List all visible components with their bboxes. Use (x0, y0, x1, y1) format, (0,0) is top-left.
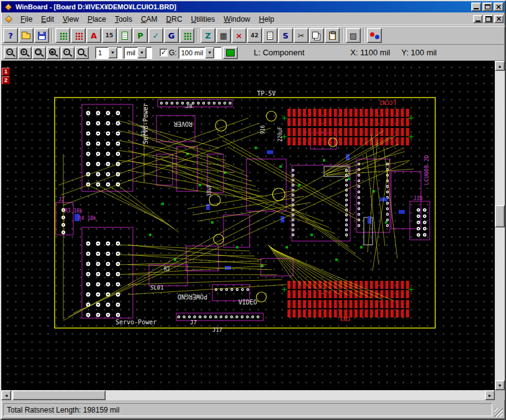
chevron-down-icon[interactable]: ▼ (137, 47, 147, 58)
menu-file[interactable]: File (16, 13, 37, 25)
grid-size-select[interactable]: 100 mil ▼ (178, 47, 222, 59)
svg-text:R3 10k: R3 10k (65, 208, 83, 214)
sheet-tab-1[interactable]: 1 (2, 68, 10, 76)
curve-button[interactable]: S (278, 28, 293, 43)
menu-help[interactable]: Help (255, 13, 279, 25)
copy-button[interactable] (309, 28, 324, 43)
zoom-out-button[interactable]: − (4, 47, 17, 59)
svg-text:Servo-Power: Servo-Power (142, 103, 149, 144)
menu-cam[interactable]: CAM (137, 13, 162, 25)
cut-icon: ✂ (298, 32, 305, 40)
units-select[interactable]: mil ▼ (124, 47, 152, 59)
mdi-controls: × (472, 15, 504, 23)
scroll-down-button[interactable]: ▼ (495, 380, 505, 390)
drc-button[interactable]: 42 (247, 28, 262, 43)
view-toolbar: −+□▪· 1 ▼ mil ▼ G: 100 mil ▼ L: Componen… (1, 45, 505, 61)
svg-text:CN3: CN3 (340, 316, 350, 322)
cut-button[interactable]: ✂ (294, 28, 309, 43)
mdi-close-button[interactable]: × (494, 15, 504, 23)
horizontal-scrollbar-row: ◄ ► (1, 390, 505, 400)
glue-icon: G (168, 32, 175, 40)
edit-trace-button[interactable]: ✓ (148, 28, 163, 43)
redraw-button[interactable] (75, 47, 89, 59)
save-button[interactable] (34, 28, 49, 43)
toolbar-separator (52, 29, 53, 42)
open-button[interactable] (19, 28, 34, 43)
grid-color-button[interactable] (223, 47, 238, 59)
place-pin-button[interactable]: P (133, 28, 148, 43)
place-text-button[interactable]: A (86, 28, 101, 43)
chevron-down-icon[interactable]: ▼ (205, 47, 214, 58)
menu-utilities[interactable]: Utilities (187, 13, 220, 25)
vertical-scroll-thumb[interactable] (495, 205, 505, 227)
svg-text:J17: J17 (212, 327, 222, 333)
vertical-scrollbar[interactable]: ▲ ▼ (495, 61, 505, 390)
report-button[interactable] (263, 28, 278, 43)
menu-window[interactable]: Window (219, 13, 255, 25)
ratsnest-icon: ▦ (220, 32, 227, 40)
place-pattern-button[interactable] (71, 28, 86, 43)
svg-text:916: 916 (260, 125, 266, 134)
glue-button[interactable]: G (164, 28, 179, 43)
mdi-restore-button[interactable] (484, 15, 493, 23)
grid-toggle-checkbox[interactable] (160, 48, 168, 57)
chevron-down-icon[interactable]: ▼ (108, 47, 117, 58)
print-button[interactable]: ▨ (346, 28, 361, 43)
menu-edit[interactable]: Edit (37, 13, 58, 25)
app-icon[interactable] (4, 3, 12, 11)
scale-select[interactable]: 1 ▼ (95, 47, 122, 59)
autoroute-button[interactable]: Z (201, 28, 215, 43)
window-title: WinBoard - [Board D:¥IVEX¥DEMO¥LCUIO1.BR… (16, 3, 470, 11)
menu-tools[interactable]: Tools (111, 13, 137, 25)
resize-grip-icon[interactable] (494, 408, 503, 417)
horizontal-scroll-track[interactable] (11, 390, 485, 400)
horizontal-scrollbar[interactable]: ◄ ► (1, 390, 495, 400)
colors-button[interactable] (367, 28, 382, 43)
svg-text:220uF: 220uF (278, 127, 283, 142)
minimize-button[interactable] (471, 2, 481, 11)
toolbar-separator (342, 29, 343, 42)
toolbar-separator (197, 29, 198, 42)
grid-15-button[interactable]: 15 (102, 28, 117, 43)
grid-color-swatch-icon (226, 49, 235, 57)
menu-view[interactable]: View (58, 13, 83, 25)
scroll-up-button[interactable]: ▲ (495, 61, 505, 71)
maximize-button[interactable] (482, 2, 492, 11)
pcb-canvas[interactable]: Servo-PowerJ8ROVERTP-5VLCCN2CN3VIDEOPOWE… (1, 61, 495, 390)
grid-label: G: (169, 48, 177, 57)
document-window-icon[interactable] (5, 15, 12, 22)
grid-15-icon: 15 (106, 33, 114, 39)
help-button[interactable]: ? (3, 28, 18, 43)
component-list-button[interactable] (117, 28, 132, 43)
ratsnest-button[interactable]: ▦ (216, 28, 231, 43)
add-grid-icon (183, 32, 191, 40)
delete-icon: × (236, 32, 243, 40)
delete-button[interactable]: × (232, 28, 246, 43)
zoom-window-button[interactable]: □ (32, 47, 46, 59)
scroll-right-button[interactable]: ► (485, 390, 495, 400)
menu-drc[interactable]: DRC (162, 13, 187, 25)
sheet-tab-2[interactable]: 2 (2, 76, 10, 84)
magnifier-icon: · (63, 48, 70, 55)
app-window: WinBoard - [Board D:¥IVEX¥DEMO¥LCUIO1.BR… (0, 0, 506, 420)
place-part-button[interactable] (55, 28, 70, 43)
paste-button[interactable] (325, 28, 340, 43)
scale-value: 1 (96, 47, 108, 58)
statusbar: Total Ratsnest Length: 198159 mil (1, 400, 505, 419)
zoom-previous-button[interactable]: · (61, 47, 75, 59)
drc-icon: 42 (251, 33, 259, 39)
close-button[interactable]: × (494, 2, 504, 11)
vertical-scroll-track[interactable] (495, 71, 505, 380)
horizontal-scroll-thumb[interactable] (12, 390, 106, 400)
svg-text:J2: J2 (58, 197, 65, 203)
zoom-board-button[interactable]: ▪ (47, 47, 60, 59)
paste-icon (329, 32, 336, 40)
mdi-minimize-button[interactable] (473, 15, 482, 23)
add-grid-button[interactable] (179, 28, 194, 43)
menu-place[interactable]: Place (83, 13, 111, 25)
svg-text:J8: J8 (186, 103, 192, 109)
coordinate-x: X: 1100 mil (350, 48, 390, 57)
scroll-left-button[interactable]: ◄ (1, 390, 11, 400)
zoom-in-button[interactable]: + (18, 47, 32, 59)
component-list-icon (122, 32, 128, 40)
